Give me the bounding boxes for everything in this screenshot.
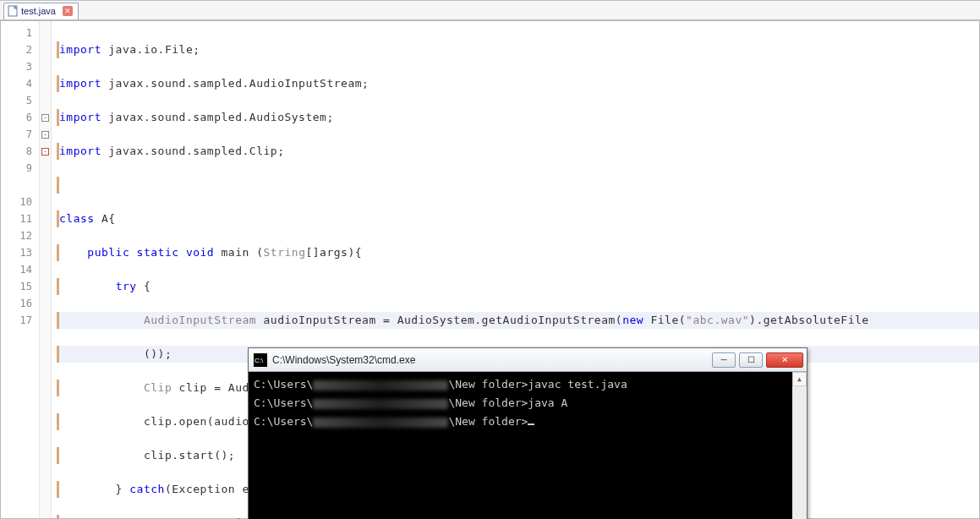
cmd-titlebar[interactable]: C:\ C:\Windows\System32\cmd.exe ─ ☐ ✕ [249,348,807,372]
fold-toggle[interactable]: - [41,148,49,156]
tab-close-button[interactable]: ✕ [63,6,73,16]
maximize-button[interactable]: ☐ [739,352,763,368]
file-tab[interactable]: test.java ✕ [3,3,79,19]
line-number: 2 [1,41,32,58]
line-number: 3 [1,58,32,75]
line-number: 7 [1,126,32,143]
cmd-cursor [528,423,534,425]
line-number: 16 [1,295,32,312]
line-number: 13 [1,244,32,261]
fold-toggle[interactable]: - [41,131,49,139]
minimize-button[interactable]: ─ [712,352,736,368]
cmd-output-line: C:\Users\\New folder>javac test.java [254,375,802,394]
line-number: 11 [1,210,32,227]
fold-toggle[interactable]: - [41,114,49,122]
cmd-window: C:\ C:\Windows\System32\cmd.exe ─ ☐ ✕ C:… [248,347,808,519]
fold-margin: - - - [40,21,52,518]
line-number: 6 [1,109,32,126]
line-number: 10 [1,194,32,210]
line-number: 5 [1,92,32,109]
close-button[interactable]: ✕ [766,352,803,368]
tab-filename: test.java [21,6,56,16]
line-number: 9 [1,160,32,194]
line-number: 8 [1,143,32,160]
cmd-output-line: C:\Users\\New folder>java A [254,394,802,412]
cmd-scrollbar[interactable]: ▲ ▼ [792,372,807,519]
cmd-title: C:\Windows\System32\cmd.exe [272,354,712,366]
scroll-up-button[interactable]: ▲ [792,372,807,386]
line-number: 1 [1,25,32,41]
svg-text:C:\: C:\ [255,357,264,364]
line-number: 4 [1,75,32,92]
line-number: 17 [1,312,32,329]
line-number-gutter: 1 2 3 4 5 6 7 8 9 10 11 12 13 14 15 16 1… [1,21,40,518]
cmd-icon: C:\ [254,353,267,367]
line-number: 15 [1,278,32,295]
tab-bar: test.java ✕ [0,0,980,20]
java-file-icon [8,5,18,17]
line-number: 12 [1,227,32,244]
cmd-output-line: C:\Users\\New folder> [254,412,802,431]
cmd-body[interactable]: C:\Users\\New folder>javac test.java C:\… [249,372,807,519]
line-number: 14 [1,261,32,278]
